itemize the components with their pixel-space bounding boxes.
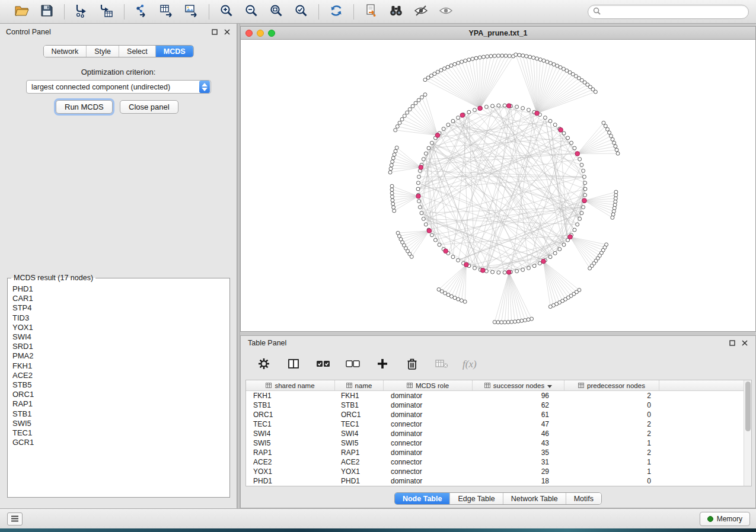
close-panel-icon[interactable] — [224, 28, 231, 36]
mcds-result-item[interactable]: FKH1 — [12, 361, 229, 371]
eye-icon — [438, 4, 454, 19]
mcds-result-item[interactable]: TID3 — [12, 313, 229, 323]
table-cell: PHD1 — [335, 476, 384, 486]
open-file-button[interactable] — [13, 3, 31, 21]
zoom-in-button[interactable] — [218, 3, 235, 21]
import-table-icon — [100, 4, 114, 20]
tab-select[interactable]: Select — [119, 46, 156, 57]
mcds-result-item[interactable]: STB5 — [12, 380, 229, 390]
export-image-button[interactable] — [183, 3, 200, 21]
network-window-titlebar[interactable]: YPA_prune.txt_1 — [241, 27, 755, 40]
toolbar-separator — [353, 4, 354, 20]
import-table-button[interactable] — [98, 3, 116, 21]
table-toolbar: f(x) — [241, 352, 755, 376]
mcds-result-item[interactable]: YOX1 — [12, 323, 229, 332]
deselect-all-rows-button[interactable] — [344, 355, 362, 373]
float-table-panel-icon[interactable] — [729, 339, 736, 347]
mcds-result-item[interactable]: TEC1 — [12, 428, 229, 438]
table-row[interactable]: ACE2ACE2connector311 — [246, 457, 751, 467]
table-panel-header: Table Panel — [241, 336, 755, 350]
find-button[interactable] — [387, 3, 405, 21]
toolbar-separator — [64, 4, 65, 20]
status-menu-button[interactable] — [7, 512, 23, 525]
table-row[interactable]: TEC1TEC1connector472 — [246, 419, 751, 429]
table-cell: dominator — [384, 448, 473, 457]
mcds-result-item[interactable]: PMA2 — [12, 351, 229, 361]
search-input[interactable] — [604, 8, 744, 16]
mcds-result-item[interactable]: RAP1 — [12, 399, 229, 409]
column-header-MCDS-role[interactable]: MCDS role — [384, 380, 473, 390]
column-header-name[interactable]: name — [335, 380, 384, 390]
add-column-button[interactable] — [374, 355, 391, 373]
column-header-shared-name[interactable]: shared name — [246, 380, 335, 390]
column-grid-icon — [484, 382, 490, 389]
function-builder-button-disabled: f(x) — [462, 358, 477, 370]
tab-mcds[interactable]: MCDS — [156, 46, 193, 57]
tab-network[interactable]: Network — [43, 46, 87, 57]
tab-style[interactable]: Style — [87, 46, 119, 57]
control-panel: Control Panel NetworkStyleSelectMCDS Opt… — [0, 24, 237, 508]
desktop-wallpaper-strip — [0, 528, 756, 532]
run-mcds-button[interactable]: Run MCDS — [56, 100, 113, 114]
copy-style-button[interactable] — [362, 3, 380, 21]
table-cell: 2 — [564, 429, 659, 438]
plus-icon — [377, 358, 388, 371]
table-tab-network-table[interactable]: Network Table — [503, 493, 566, 504]
close-panel-button[interactable]: Close panel — [120, 100, 178, 114]
table-cell: 61 — [473, 410, 564, 419]
table-row[interactable]: YOX1YOX1connector291 — [246, 467, 751, 476]
hide-selected-button[interactable] — [412, 3, 430, 21]
mcds-result-item[interactable]: STB1 — [12, 409, 229, 419]
trash-icon — [406, 357, 418, 372]
minimize-window-icon[interactable] — [257, 30, 264, 37]
select-all-rows-button[interactable] — [314, 355, 332, 373]
network-canvas[interactable] — [241, 40, 755, 331]
maximize-window-icon[interactable] — [268, 30, 275, 37]
mcds-result-item[interactable]: SRD1 — [12, 342, 229, 351]
table-settings-button[interactable] — [255, 355, 273, 373]
show-all-button[interactable] — [437, 3, 455, 21]
optimization-criterion-select[interactable]: largest connected component (undirected) — [26, 80, 211, 94]
column-header-predecessor-nodes[interactable]: predecessor nodes — [564, 380, 659, 390]
table-row[interactable]: FKH1FKH1dominator962 — [246, 391, 751, 400]
table-scrollbar-thumb[interactable] — [745, 382, 751, 431]
mcds-result-item[interactable]: SWI4 — [12, 332, 229, 342]
save-session-button[interactable] — [38, 3, 56, 21]
mcds-result-item[interactable]: GCR1 — [12, 438, 229, 447]
table-row[interactable]: RAP1RAP1dominator352 — [246, 448, 751, 457]
zoom-fit-button[interactable] — [267, 3, 285, 21]
table-row[interactable]: STB1STB1dominator620 — [246, 400, 751, 410]
table-scrollbar[interactable] — [744, 380, 751, 486]
table-row[interactable]: ORC1ORC1dominator610 — [246, 410, 751, 419]
show-columns-button[interactable] — [285, 355, 302, 373]
mcds-result-item[interactable]: ORC1 — [12, 390, 229, 399]
delete-column-button[interactable] — [403, 355, 421, 373]
mcds-result-item[interactable]: ACE2 — [12, 371, 229, 380]
column-header-successor-nodes[interactable]: successor nodes — [473, 380, 564, 390]
memory-button[interactable]: Memory — [700, 512, 750, 526]
export-table-button[interactable] — [158, 3, 176, 21]
column-grid-icon — [578, 382, 584, 389]
import-network-icon — [75, 4, 89, 20]
table-tab-edge-table[interactable]: Edge Table — [450, 493, 503, 504]
close-window-icon[interactable] — [245, 30, 253, 37]
mcds-result-item[interactable]: SWI5 — [12, 419, 229, 428]
column-grid-icon — [266, 382, 272, 389]
import-network-button[interactable] — [73, 3, 91, 21]
mcds-result-item[interactable]: CAR1 — [12, 294, 229, 303]
zoom-out-button[interactable] — [243, 3, 260, 21]
table-cell: FKH1 — [246, 391, 335, 400]
float-panel-icon[interactable] — [211, 28, 218, 36]
table-tab-node-table[interactable]: Node Table — [395, 493, 450, 504]
export-network-button[interactable] — [133, 3, 151, 21]
table-row[interactable]: SWI4SWI4dominator462 — [246, 429, 751, 438]
mcds-result-item[interactable]: STP4 — [12, 303, 229, 313]
zoom-selected-button[interactable] — [292, 3, 310, 21]
close-table-panel-icon[interactable] — [741, 339, 748, 347]
table-row[interactable]: PHD1PHD1dominator180 — [246, 476, 751, 486]
table-tab-motifs[interactable]: Motifs — [566, 493, 601, 504]
table-row[interactable]: SWI5SWI5connector431 — [246, 438, 751, 448]
column-grid-icon — [346, 382, 352, 389]
apply-layout-button[interactable] — [327, 3, 345, 21]
mcds-result-item[interactable]: PHD1 — [12, 284, 229, 294]
